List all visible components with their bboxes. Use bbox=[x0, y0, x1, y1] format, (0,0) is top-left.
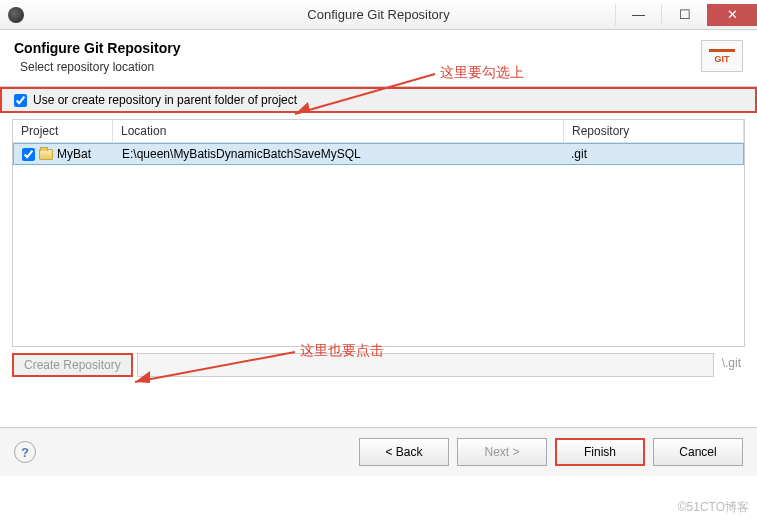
cancel-button[interactable]: Cancel bbox=[653, 438, 743, 466]
repo-path-input[interactable] bbox=[137, 353, 714, 377]
next-button: Next > bbox=[457, 438, 547, 466]
table-header: Project Location Repository bbox=[13, 120, 744, 143]
row-checkbox[interactable] bbox=[22, 148, 35, 161]
create-repo-row: Create Repository \.git bbox=[12, 353, 745, 377]
content-area: Use or create repository in parent folde… bbox=[0, 87, 757, 377]
folder-icon bbox=[39, 149, 53, 160]
page-title: Configure Git Repository bbox=[14, 40, 743, 56]
finish-button[interactable]: Finish bbox=[555, 438, 645, 466]
watermark: ©51CTO博客 bbox=[678, 499, 749, 516]
footer: ? < Back Next > Finish Cancel bbox=[0, 428, 757, 476]
page-subtitle: Select repository location bbox=[20, 60, 743, 74]
col-repository[interactable]: Repository bbox=[564, 120, 744, 142]
table-row[interactable]: MyBat E:\queen\MyBatisDynamicBatchSaveMy… bbox=[13, 143, 744, 165]
minimize-button[interactable]: — bbox=[615, 4, 661, 26]
maximize-button[interactable]: ☐ bbox=[661, 4, 707, 26]
cell-project: MyBat bbox=[14, 145, 114, 163]
path-suffix: \.git bbox=[718, 353, 745, 377]
dialog-header: Configure Git Repository Select reposito… bbox=[0, 30, 757, 87]
use-parent-folder-checkbox[interactable] bbox=[14, 94, 27, 107]
project-table: Project Location Repository MyBat E:\que… bbox=[12, 119, 745, 347]
cell-repository: .git bbox=[563, 145, 743, 163]
create-repository-button[interactable]: Create Repository bbox=[12, 353, 133, 377]
app-icon bbox=[8, 7, 24, 23]
col-location[interactable]: Location bbox=[113, 120, 564, 142]
window-controls: — ☐ ✕ bbox=[615, 4, 757, 26]
help-icon[interactable]: ? bbox=[14, 441, 36, 463]
footer-buttons: < Back Next > Finish Cancel bbox=[359, 438, 743, 466]
use-parent-folder-checkbox-row[interactable]: Use or create repository in parent folde… bbox=[0, 87, 757, 113]
checkbox-label: Use or create repository in parent folde… bbox=[33, 93, 297, 107]
back-button[interactable]: < Back bbox=[359, 438, 449, 466]
close-button[interactable]: ✕ bbox=[707, 4, 757, 26]
cell-location: E:\queen\MyBatisDynamicBatchSaveMySQL bbox=[114, 145, 563, 163]
window-title: Configure Git Repository bbox=[307, 7, 449, 22]
git-icon: GIT bbox=[701, 40, 743, 72]
titlebar: Configure Git Repository — ☐ ✕ bbox=[0, 0, 757, 30]
col-project[interactable]: Project bbox=[13, 120, 113, 142]
